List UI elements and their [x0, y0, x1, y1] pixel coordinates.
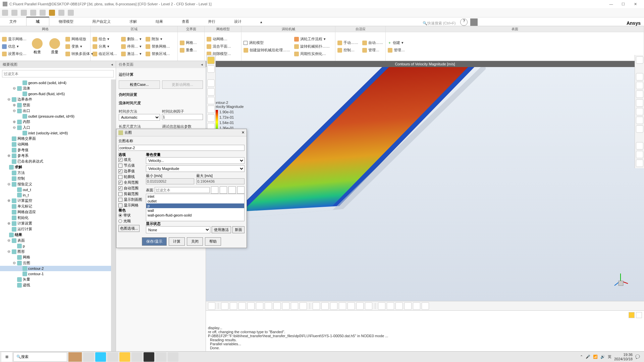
tree-item[interactable]: 迹线	[0, 282, 116, 288]
outline-tree[interactable]: geom-soild (solid, id=4)⊖流体geom-fluid (f…	[0, 79, 116, 357]
tree-item[interactable]: 参考值	[0, 147, 116, 153]
tree-item[interactable]: ⊕参考系	[0, 153, 116, 159]
rtool-icon[interactable]	[636, 82, 643, 89]
vp-tool[interactable]	[347, 302, 355, 310]
vp-tool[interactable]	[221, 302, 228, 310]
tree-item[interactable]: ⊖入口	[0, 125, 116, 130]
update-mesh-button[interactable]: 更新动网格...	[162, 80, 203, 89]
tree-item[interactable]: 运行计算	[0, 226, 116, 232]
console-warn-icon[interactable]	[629, 312, 635, 318]
vp-tool[interactable]	[330, 302, 337, 310]
console-clear-icon[interactable]	[636, 312, 642, 318]
rtool-icon[interactable]	[636, 56, 643, 64]
taskbar-app[interactable]	[107, 352, 118, 362]
tree-item[interactable]: ⊖报告定义	[0, 181, 116, 187]
taskbar-app[interactable]	[95, 352, 106, 362]
pan-icon[interactable]	[207, 97, 215, 104]
toolbar-icon[interactable]	[68, 10, 74, 16]
ribbon-adapt-manual[interactable]: 手动……	[337, 40, 358, 46]
contour-name-input[interactable]	[118, 145, 245, 151]
surface-item[interactable]: inlet	[146, 194, 244, 199]
opt-boundary[interactable]: 边界值	[118, 169, 143, 174]
tab-view[interactable]: 查看	[172, 17, 199, 26]
tree-item[interactable]: 初始化	[0, 215, 116, 221]
surf-tool-icon[interactable]	[237, 186, 245, 194]
vp-tool[interactable]	[238, 302, 246, 310]
ribbon-turbo-topo[interactable]: 旋转机械拓扑……	[294, 43, 330, 50]
color-var-select[interactable]: Velocity...	[146, 157, 245, 164]
ribbon-delete[interactable]: 删除…▾	[121, 36, 142, 43]
tree-item[interactable]: 网格交界面	[0, 136, 116, 141]
dialog-titlebar[interactable]: 云图 ✕	[116, 129, 247, 136]
opt-node[interactable]: 节点值	[118, 163, 143, 168]
ribbon-check[interactable]: 检查	[29, 32, 46, 61]
vp-tool[interactable]	[339, 302, 346, 310]
tree-item[interactable]: out_t	[0, 187, 116, 192]
ribbon-pause[interactable]: 停用…▾	[121, 43, 142, 50]
pointer-icon[interactable]	[207, 79, 215, 87]
surface-filter-input[interactable]	[155, 187, 210, 193]
toolbar-icon[interactable]	[40, 10, 46, 16]
display-state-select[interactable]: None	[146, 226, 210, 233]
ribbon-turbo-workflow[interactable]: 涡轮工作流程▾	[294, 36, 330, 43]
surface-item[interactable]: outlet	[146, 199, 244, 203]
tray-icon[interactable]: 📶	[593, 355, 598, 359]
vp-tool[interactable]	[247, 302, 255, 310]
ribbon-units[interactable]: 设置单位…	[2, 51, 26, 57]
taskbar-app[interactable]	[131, 352, 142, 362]
taskbar-app[interactable]	[168, 352, 178, 362]
tree-item[interactable]: ⊖表面	[0, 238, 116, 243]
colormap-options-button[interactable]: 色图选项...	[118, 225, 140, 232]
tab-collapse[interactable]: ▴	[251, 18, 272, 26]
tree-item[interactable]: p	[0, 243, 116, 249]
ribbon-replace-mesh[interactable]: 替换网格…	[146, 43, 170, 50]
tab-custom[interactable]: 用户自定义	[83, 17, 120, 26]
opt-auto[interactable]: 自动范围	[118, 186, 143, 191]
vp-tool[interactable]	[404, 302, 412, 310]
tree-item[interactable]: ⊕内部	[0, 119, 116, 125]
toolbar-icon[interactable]	[30, 10, 36, 16]
system-tray[interactable]: ⌃ 🎤 📶 🔊 英 19:362024/10/18 💬	[580, 353, 643, 361]
vp-tool[interactable]	[208, 302, 215, 310]
probe-icon[interactable]	[207, 57, 215, 64]
ribbon-adjacent[interactable]: 临近区域…	[93, 51, 117, 57]
tree-filter-input[interactable]	[2, 70, 114, 77]
surf-tool-icon[interactable]	[211, 186, 218, 194]
ribbon-turbo-periodic[interactable]: 周期性实例化…	[294, 51, 330, 57]
opt-contour[interactable]: 轮廓线	[118, 174, 143, 179]
tree-item[interactable]: 结果	[0, 232, 116, 238]
maximize-button[interactable]: ☐	[617, 2, 629, 6]
rtool-icon[interactable]	[636, 125, 643, 133]
surfaces-list[interactable]: inletoutletpwallwall-geom-fluid-geom-soi…	[146, 194, 245, 221]
vp-tool[interactable]	[256, 302, 263, 310]
surface-item[interactable]: wall	[146, 208, 244, 213]
save-display-button[interactable]: 保存/显示	[142, 237, 166, 246]
ribbon-replace-region[interactable]: 替换区域…	[146, 51, 170, 57]
rtool-icon[interactable]	[636, 73, 643, 80]
tree-item[interactable]: ⊖边界条件	[0, 97, 116, 102]
time-step-select[interactable]: Automatic	[119, 114, 160, 121]
color-subvar-select[interactable]: Velocity Magnitude	[146, 165, 245, 172]
tree-item[interactable]: ⊕计算监控	[0, 198, 116, 203]
tab-physics[interactable]: 物理模型	[49, 17, 83, 26]
vp-tool[interactable]	[313, 302, 320, 310]
tree-item[interactable]: 网格自适应	[0, 209, 116, 215]
new-surface-button[interactable]: 新面	[232, 226, 245, 233]
viewport-canvas[interactable]: contour-2 Velocity Magnitude 1.90e-011.7…	[206, 67, 644, 301]
tray-icon[interactable]: 🔊	[600, 355, 605, 359]
tree-item[interactable]: geom-fluid (fluid, id=5)	[0, 91, 116, 97]
surf-tool-icon[interactable]	[220, 186, 227, 194]
rtool-icon[interactable]	[636, 108, 643, 115]
surf-tool-icon[interactable]	[228, 186, 236, 194]
task-collapse-icon[interactable]: ◂	[201, 62, 203, 67]
rotate-icon[interactable]	[207, 88, 215, 96]
tab-file[interactable]: 文件	[0, 17, 26, 26]
opt-mesh[interactable]: 显示网格	[118, 203, 143, 208]
tray-chevron-icon[interactable]: ⌃	[580, 355, 583, 359]
tree-item[interactable]: 已命名的表达式	[0, 159, 116, 164]
vp-tool[interactable]	[265, 302, 272, 310]
tree-item[interactable]: 求解	[0, 164, 116, 170]
ribbon-append[interactable]: 附加▾	[146, 36, 170, 43]
ribbon-surf-manage[interactable]: 管理…	[388, 47, 405, 54]
toolbar-icon[interactable]	[2, 10, 8, 16]
